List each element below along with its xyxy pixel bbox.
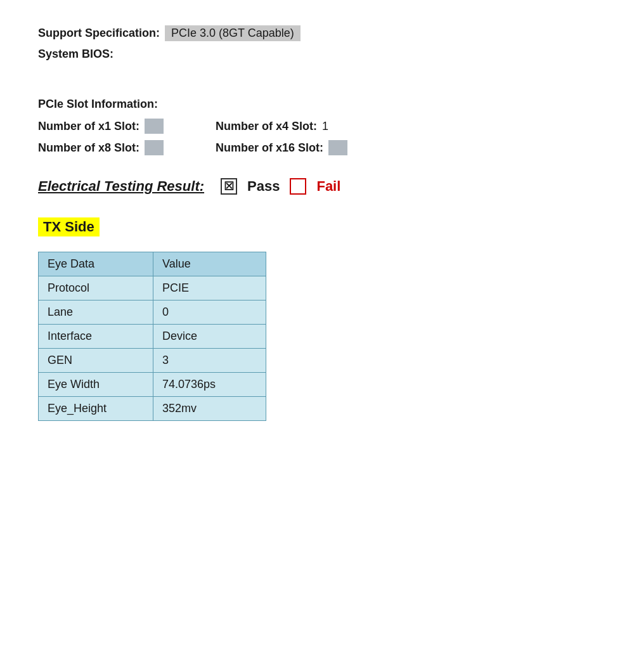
- table-cell-label: Eye_Height: [39, 397, 153, 421]
- table-cell-label: Interface: [39, 325, 153, 349]
- tx-side-section: TX Side: [38, 217, 596, 236]
- slot-x16-box: [328, 140, 347, 155]
- slot-x1-label: Number of x1 Slot:: [38, 120, 139, 133]
- slot-x8-box: [145, 140, 164, 155]
- slot-x1-row: Number of x1 Slot:: [38, 119, 216, 134]
- electrical-title: Electrical Testing Result:: [38, 178, 204, 195]
- table-row: ProtocolPCIE: [39, 276, 266, 300]
- slot-x1-box: [145, 119, 164, 134]
- system-bios-label: System BIOS:: [38, 48, 113, 61]
- table-cell-label: Eye Width: [39, 373, 153, 397]
- table-cell-label: Lane: [39, 300, 153, 325]
- table-cell-label: Protocol: [39, 276, 153, 300]
- fail-label: Fail: [316, 178, 340, 195]
- slot-info-title: PCIe Slot Information:: [38, 98, 596, 111]
- slot-x16-label: Number of x16 Slot:: [216, 141, 323, 155]
- table-row: GEN3: [39, 349, 266, 373]
- table-cell-value: 0: [153, 300, 266, 325]
- table-row: Eye_Height352mv: [39, 397, 266, 421]
- table-header-row: Eye Data Value: [39, 252, 266, 276]
- slot-x16-row: Number of x16 Slot:: [216, 140, 393, 155]
- table-header-value: Value: [153, 252, 266, 276]
- tx-side-label: TX Side: [38, 217, 100, 236]
- slot-x4-row: Number of x4 Slot: 1: [216, 119, 393, 134]
- system-bios-row: System BIOS:: [38, 48, 596, 61]
- support-spec-row: Support Specification: PCIe 3.0 (8GT Cap…: [38, 25, 596, 41]
- electrical-section: Electrical Testing Result: ☒ Pass Fail: [38, 178, 596, 195]
- table-cell-value: Device: [153, 325, 266, 349]
- table-cell-value: PCIE: [153, 276, 266, 300]
- table-cell-value: 352mv: [153, 397, 266, 421]
- table-cell-label: GEN: [39, 349, 153, 373]
- support-spec-label: Support Specification:: [38, 27, 160, 40]
- table-row: Eye Width74.0736ps: [39, 373, 266, 397]
- table-cell-value: 3: [153, 349, 266, 373]
- table-row: Lane0: [39, 300, 266, 325]
- eye-table: Eye Data Value ProtocolPCIELane0Interfac…: [38, 252, 266, 421]
- slot-x4-value: 1: [322, 120, 328, 133]
- slot-x4-label: Number of x4 Slot:: [216, 120, 317, 133]
- pass-checkbox[interactable]: ☒: [221, 178, 237, 195]
- table-header-eye-data: Eye Data: [39, 252, 153, 276]
- pass-label: Pass: [247, 178, 280, 195]
- table-cell-value: 74.0736ps: [153, 373, 266, 397]
- slot-grid: Number of x1 Slot: Number of x4 Slot: 1 …: [38, 119, 596, 155]
- slot-info-section: PCIe Slot Information: Number of x1 Slot…: [38, 98, 596, 155]
- slot-x8-label: Number of x8 Slot:: [38, 141, 139, 155]
- slot-x8-row: Number of x8 Slot:: [38, 140, 216, 155]
- support-spec-value: PCIe 3.0 (8GT Capable): [165, 25, 301, 41]
- table-row: InterfaceDevice: [39, 325, 266, 349]
- fail-checkbox[interactable]: [290, 178, 306, 195]
